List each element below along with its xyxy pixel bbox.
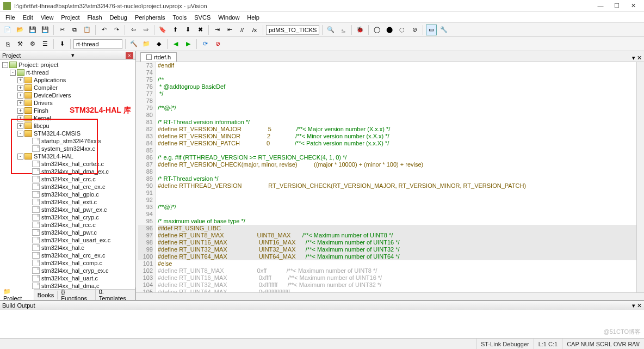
breakpoint-enable-icon[interactable]: ⬤: [384, 25, 395, 35]
tree-node[interactable]: +Kernel: [0, 114, 135, 122]
debug-icon[interactable]: 🐞: [355, 25, 366, 35]
tree-node[interactable]: +libcpu: [0, 122, 135, 130]
menu-peripherals[interactable]: Peripherals: [132, 13, 169, 22]
incremental-find-icon[interactable]: ⎁: [338, 25, 349, 35]
tree-node[interactable]: stm32l4xx_hal.c: [0, 244, 135, 252]
tree-node[interactable]: stm32l4xx_hal_cryp.c: [0, 213, 135, 221]
indent-icon[interactable]: ⇥: [212, 25, 222, 35]
tree-node[interactable]: stm32l4xx_hal_gpio.c: [0, 191, 135, 198]
paste-icon[interactable]: 📋: [82, 25, 92, 35]
comment-icon[interactable]: //: [237, 25, 247, 35]
find-icon[interactable]: 🔍: [325, 25, 336, 35]
tree-node[interactable]: +Applications: [0, 76, 135, 84]
project-tab[interactable]: Books: [34, 291, 58, 299]
menu-project[interactable]: Project: [58, 13, 83, 22]
copy-icon[interactable]: ⧉: [69, 25, 80, 35]
config-icon[interactable]: 🔧: [438, 25, 449, 35]
bookmark-next-icon[interactable]: ⬇: [182, 25, 193, 35]
nav-back-icon[interactable]: ⇦: [128, 25, 139, 35]
open-icon[interactable]: 📂: [15, 25, 26, 35]
tree-node[interactable]: -STM32L4-CMSIS: [0, 130, 135, 137]
breakpoint-icon[interactable]: ◯: [371, 25, 382, 35]
tree-node[interactable]: stm32l4xx_hal_cryp_ex.c: [0, 267, 135, 274]
save-all-icon[interactable]: 💾: [40, 25, 51, 35]
menu-file[interactable]: File: [2, 13, 18, 22]
translate-icon[interactable]: ⎘: [2, 39, 13, 50]
tree-node[interactable]: stm32l4xx_hal_crc_ex.c: [0, 252, 135, 259]
tree-node[interactable]: stm32l4xx_hal_dma_ex.c: [0, 168, 135, 175]
stop-icon[interactable]: ⊘: [212, 39, 223, 50]
status-debugger: ST-Link Debugger: [476, 339, 534, 349]
refresh-icon[interactable]: ⟳: [200, 39, 210, 50]
manage-icon[interactable]: ◆: [153, 39, 164, 50]
build-output-body[interactable]: [0, 310, 644, 338]
find-combo[interactable]: pdMS_TO_TICKS: [266, 25, 319, 35]
tree-node[interactable]: stm32l4xx_hal_rcc.c: [0, 221, 135, 229]
undo-icon[interactable]: ↶: [98, 25, 109, 35]
tree-node[interactable]: stm32l4xx_hal_exti.c: [0, 198, 135, 206]
file-ext-icon[interactable]: 📁: [141, 39, 152, 50]
build-icon[interactable]: ⚒: [15, 39, 26, 50]
tree-node[interactable]: stm32l4xx_hal_pwr.c: [0, 229, 135, 236]
tree-node[interactable]: -Project: project: [0, 61, 135, 69]
target-combo[interactable]: rt-thread: [73, 39, 122, 49]
panel-pin-icon[interactable]: ▾: [71, 52, 75, 59]
prev-icon[interactable]: ◀: [170, 39, 181, 50]
tree-node[interactable]: +Compiler: [0, 84, 135, 91]
options-icon[interactable]: 🔨: [128, 39, 139, 50]
batch-build-icon[interactable]: ☰: [40, 39, 51, 50]
menu-tools[interactable]: Tools: [170, 13, 190, 22]
editor-tab-label: rtdef.h: [154, 54, 171, 60]
project-tree[interactable]: STM32L4-HAL 库 -Project: project-rt-threa…: [0, 60, 135, 289]
window-icon[interactable]: ▭: [426, 25, 437, 35]
save-icon[interactable]: 💾: [27, 25, 38, 35]
breakpoint-disable-icon[interactable]: ◌: [397, 25, 407, 35]
rebuild-icon[interactable]: ⚙: [27, 39, 38, 50]
panel-pin-icon[interactable]: ▾ ✕: [632, 302, 642, 309]
uncomment-icon[interactable]: /x: [249, 25, 260, 35]
menu-window[interactable]: Window: [215, 13, 243, 22]
outdent-icon[interactable]: ⇤: [224, 25, 235, 35]
maximize-button[interactable]: ☐: [609, 1, 624, 11]
code-editor[interactable]: #endif/** * @addtogroup BasicDef *//**@{…: [156, 62, 644, 292]
menu-debug[interactable]: Debug: [107, 13, 131, 22]
bookmark-clear-icon[interactable]: ✖: [195, 25, 206, 35]
new-file-icon[interactable]: 📄: [2, 25, 13, 35]
menu-help[interactable]: Help: [244, 13, 263, 22]
tree-node[interactable]: +DeviceDrivers: [0, 91, 135, 99]
tree-node[interactable]: stm32l4xx_hal_dma.c: [0, 282, 135, 289]
cut-icon[interactable]: ✂: [57, 25, 67, 35]
tree-node[interactable]: stm32l4xx_hal_comp.c: [0, 259, 135, 267]
nav-fwd-icon[interactable]: ⇨: [140, 25, 151, 35]
vertical-scrollbar[interactable]: [636, 62, 644, 292]
tree-node[interactable]: stm32l4xx_hal_crc_ex.c: [0, 183, 135, 191]
panel-close-icon[interactable]: ×: [126, 52, 133, 59]
project-panel-header: Project ▾ ×: [0, 51, 135, 60]
tree-node[interactable]: -rt-thread: [0, 69, 135, 76]
redo-icon[interactable]: ↷: [111, 25, 122, 35]
menu-view[interactable]: View: [38, 13, 57, 22]
build-output-panel: Build Output ▾ ✕: [0, 300, 644, 338]
next-icon[interactable]: ▶: [183, 39, 194, 50]
bookmark-prev-icon[interactable]: ⬆: [170, 25, 181, 35]
menu-edit[interactable]: Edit: [20, 13, 36, 22]
tree-node[interactable]: stm32l4xx_hal_usart_ex.c: [0, 236, 135, 244]
tab-dropdown-icon[interactable]: ▾ ✕: [630, 54, 644, 62]
download-icon[interactable]: ⬇: [57, 39, 67, 50]
tree-node[interactable]: stm32l4xx_hal_crc.c: [0, 175, 135, 183]
tree-node[interactable]: stm32l4xx_hal_pwr_ex.c: [0, 206, 135, 213]
horizontal-scrollbar[interactable]: [136, 292, 644, 300]
build-output-header: Build Output ▾ ✕: [0, 301, 644, 310]
tree-node[interactable]: startup_stm32l476xx.s: [0, 137, 135, 145]
tree-node[interactable]: stm32l4xx_hal_uart.c: [0, 274, 135, 282]
bookmark-icon[interactable]: 🔖: [157, 25, 168, 35]
close-button[interactable]: ✕: [626, 1, 641, 11]
menu-svcs[interactable]: SVCS: [191, 13, 214, 22]
tree-node[interactable]: -STM32L4-HAL: [0, 152, 135, 160]
tree-node[interactable]: stm32l4xx_hal_cortex.c: [0, 160, 135, 168]
tree-node[interactable]: system_stm32l4xx.c: [0, 145, 135, 152]
breakpoint-kill-icon[interactable]: ⊘: [409, 25, 420, 35]
minimize-button[interactable]: —: [593, 1, 608, 11]
menu-flash[interactable]: Flash: [84, 13, 106, 22]
editor-tab-active[interactable]: rtdef.h: [140, 52, 177, 62]
